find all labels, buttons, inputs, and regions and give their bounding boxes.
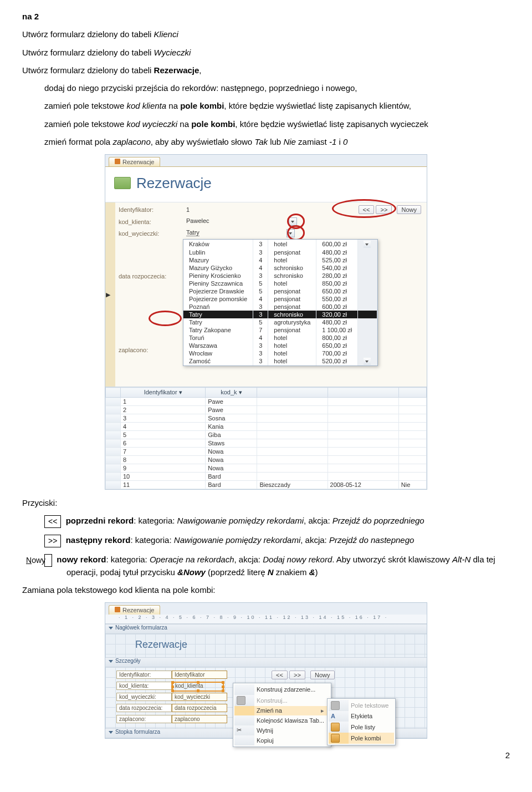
dropdown-cell[interactable]: 3 <box>253 342 268 349</box>
scrollbar[interactable] <box>358 334 377 342</box>
scrollbar[interactable] <box>358 318 377 326</box>
label-control[interactable]: kod_wycieczki: <box>116 693 172 701</box>
dropdown-cell[interactable]: Wrocław <box>183 349 253 357</box>
row-selector[interactable] <box>106 414 121 423</box>
dropdown-cell[interactable]: 3 <box>253 311 268 318</box>
selected-control[interactable]: kod_klienta <box>172 682 224 692</box>
scrollbar[interactable] <box>358 303 377 311</box>
row-selector[interactable] <box>106 398 121 406</box>
dropdown-cell[interactable]: Toruń <box>183 334 253 342</box>
scrollbar[interactable] <box>358 295 377 303</box>
dropdown-cell[interactable]: 650,00 zł <box>316 287 358 295</box>
submenu-item[interactable]: Etykieta <box>349 711 394 721</box>
grid-cell[interactable]: Pawe <box>206 406 257 414</box>
dropdown-cell[interactable]: 3 <box>253 349 268 357</box>
row-selector[interactable] <box>106 456 121 464</box>
row-selector[interactable] <box>106 448 121 456</box>
scrollbar[interactable] <box>358 256 377 264</box>
dropdown-cell[interactable]: 3 <box>253 357 268 366</box>
dropdown-cell[interactable]: 550,00 zł <box>316 295 358 303</box>
dropdown-cell[interactable]: pensjonat <box>268 326 316 334</box>
band-detail[interactable]: Szczegóły <box>105 657 427 667</box>
column-header[interactable]: kod_k ▾ <box>206 388 257 398</box>
next-record-button[interactable]: >> <box>289 671 305 679</box>
scrollbar[interactable] <box>358 280 377 287</box>
grid-cell[interactable]: Nowa <box>206 464 257 473</box>
menu-item[interactable]: Konstruuj zdarzenie... <box>254 684 330 694</box>
dropdown-cell[interactable]: 1 100,00 zł <box>316 326 358 334</box>
grid-cell[interactable]: Nowa <box>206 448 257 456</box>
dropdown-cell[interactable]: Pojezierze Drawskie <box>183 287 253 295</box>
dropdown-cell[interactable]: 525,00 zł <box>316 256 358 264</box>
label-control[interactable]: Identyfikator: <box>116 671 172 679</box>
grid-cell[interactable]: Pawe <box>206 398 257 406</box>
wycieczki-dropdown-list[interactable]: Kraków3hotel600,00 złLublin3pensjonat480… <box>183 239 378 366</box>
textbox-control[interactable]: Identyfikator <box>172 671 227 679</box>
dropdown-cell[interactable]: schronisko <box>268 272 316 280</box>
dropdown-cell[interactable]: 5 <box>253 287 268 295</box>
dropdown-cell[interactable]: 4 <box>253 295 268 303</box>
menu-item-change-to[interactable]: Zmień na <box>254 706 330 715</box>
grid-cell[interactable]: Nowa <box>206 456 257 464</box>
scrollbar[interactable] <box>358 287 377 295</box>
dropdown-cell[interactable]: Tatry <box>183 311 253 318</box>
grid-cell[interactable]: 2 <box>121 406 206 414</box>
dropdown-cell[interactable]: schronisko <box>268 311 316 318</box>
grid-cell[interactable]: Bieszczady <box>257 481 328 489</box>
dropdown-cell[interactable]: pensjonat <box>268 295 316 303</box>
dropdown-cell[interactable]: hotel <box>268 280 316 287</box>
label-control[interactable]: data rozpoczecia: <box>116 704 172 712</box>
scrollbar[interactable] <box>358 264 377 272</box>
dropdown-cell[interactable]: Mazury Giżycko <box>183 264 253 272</box>
scrollbar[interactable] <box>358 272 377 280</box>
menu-item[interactable]: Wytnij <box>254 725 330 735</box>
dropdown-cell[interactable]: Poznań <box>183 303 253 311</box>
dropdown-cell[interactable]: hotel <box>268 334 316 342</box>
dropdown-cell[interactable]: Zamość <box>183 357 253 366</box>
row-selector[interactable] <box>106 423 121 431</box>
value-id[interactable]: 1 <box>183 204 334 216</box>
dropdown-cell[interactable]: 4 <box>253 264 268 272</box>
textbox-control[interactable]: kod_wycieczki <box>172 693 227 701</box>
dropdown-cell[interactable]: 320,00 zł <box>316 311 358 318</box>
row-selector[interactable] <box>106 439 121 448</box>
dropdown-cell[interactable]: 480,00 zł <box>316 318 358 326</box>
row-selector[interactable] <box>106 464 121 473</box>
dropdown-cell[interactable]: Tatry Zakopane <box>183 326 253 334</box>
menu-item[interactable]: Kolejność klawisza Tab... <box>254 715 330 725</box>
grid-cell[interactable]: 1 <box>121 398 206 406</box>
scrollbar[interactable] <box>358 311 377 318</box>
row-selector[interactable] <box>106 431 121 439</box>
dropdown-cell[interactable]: Pieniny Krościenko <box>183 272 253 280</box>
dropdown-cell[interactable]: 800,00 zł <box>316 334 358 342</box>
grid-cell[interactable]: Bard <box>206 481 257 489</box>
dropdown-cell[interactable]: Lublin <box>183 248 253 256</box>
menu-item[interactable]: Kopiuj <box>254 735 330 745</box>
dropdown-cell[interactable]: 4 <box>253 334 268 342</box>
dropdown-cell[interactable]: hotel <box>268 357 316 366</box>
context-menu[interactable]: Konstruuj zdarzenie... Konstruuj... Zmie… <box>233 683 331 747</box>
band-form-header[interactable]: Nagłówek formularza <box>105 624 427 634</box>
dropdown-cell[interactable]: 4 <box>253 256 268 264</box>
dropdown-cell[interactable]: Mazury <box>183 256 253 264</box>
grid-cell[interactable]: Staws <box>206 439 257 448</box>
textbox-control[interactable]: data rozpoczecia <box>172 704 227 712</box>
scrollbar[interactable] <box>358 357 377 366</box>
dropdown-cell[interactable]: Tatry <box>183 318 253 326</box>
grid-cell[interactable]: Nie <box>398 481 426 489</box>
dropdown-cell[interactable]: pensjonat <box>268 287 316 295</box>
grid-cell[interactable]: 5 <box>121 431 206 439</box>
dropdown-cell[interactable]: Pieniny Szczawnica <box>183 280 253 287</box>
submenu-item-combobox[interactable]: Pole kombi <box>349 733 394 744</box>
dropdown-cell[interactable]: agroturystyka <box>268 318 316 326</box>
dropdown-cell[interactable]: hotel <box>268 256 316 264</box>
scrollbar[interactable] <box>358 326 377 334</box>
dropdown-cell[interactable]: 480,00 zł <box>316 248 358 256</box>
grid-cell[interactable]: Giba <box>206 431 257 439</box>
grid-cell[interactable]: 10 <box>121 473 206 481</box>
grid-cell[interactable]: 3 <box>121 414 206 423</box>
grid-cell[interactable]: 8 <box>121 456 206 464</box>
grid-cell[interactable]: Bard <box>206 473 257 481</box>
dropdown-cell[interactable]: 7 <box>253 326 268 334</box>
form-tab[interactable]: Rezerwacje <box>109 605 160 615</box>
